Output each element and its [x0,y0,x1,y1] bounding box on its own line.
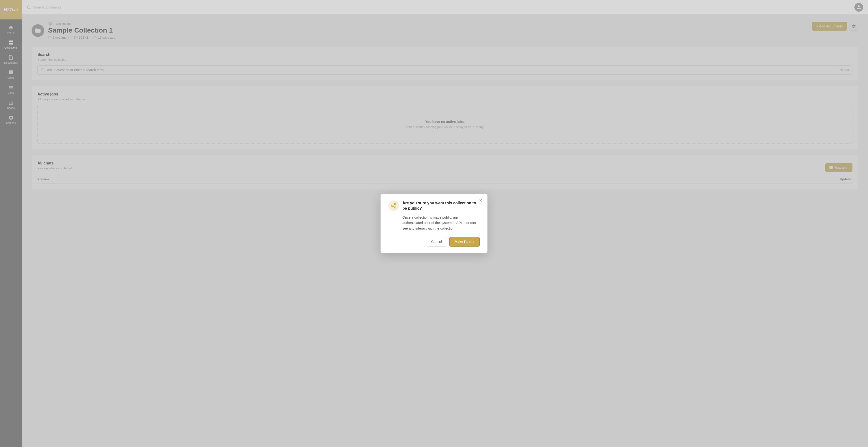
modal-overlay: Are you sure you want this collection to… [22,0,868,447]
svg-point-4 [394,203,396,205]
svg-point-5 [392,205,393,206]
dialog-title: Are you sure you want this collection to… [402,200,480,211]
svg-line-7 [393,206,395,207]
dialog-header: Are you sure you want this collection to… [388,200,480,211]
cancel-button[interactable]: Cancel [426,237,447,247]
dialog-body: Once a collection is made public, any au… [388,215,480,231]
close-icon [479,198,483,202]
confirm-dialog: Are you sure you want this collection to… [380,194,488,253]
main-area: Search documents 🏠 › Collections Sample … [22,0,868,447]
make-public-button[interactable]: Make Public [449,237,480,247]
dialog-close-button[interactable] [477,197,484,204]
dialog-share-icon-wrapper [388,200,399,211]
share-icon [391,203,397,209]
svg-line-8 [393,204,395,205]
svg-point-6 [394,207,396,208]
dialog-actions: Cancel Make Public [388,237,480,247]
